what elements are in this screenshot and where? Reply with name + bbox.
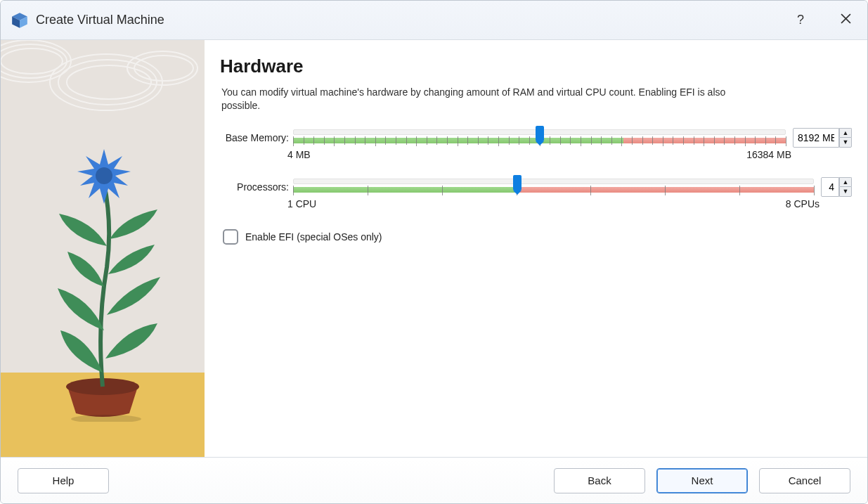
processors-thumb[interactable] [513, 175, 522, 190]
processors-step-down[interactable]: ▼ [839, 186, 852, 197]
next-button[interactable]: Next [656, 468, 748, 493]
base-memory-step-up[interactable]: ▲ [839, 128, 852, 138]
svg-point-7 [1, 49, 63, 74]
base-memory-red-zone [623, 138, 786, 143]
base-memory-max: 16384 MB [746, 149, 791, 160]
svg-point-16 [96, 167, 112, 184]
base-memory-step-down[interactable]: ▼ [839, 137, 852, 148]
svg-point-6 [1, 44, 67, 78]
row-enable-efi: Enable EFI (special OSes only) [223, 229, 852, 245]
processors-max: 8 CPUs [786, 198, 820, 209]
processors-value[interactable] [821, 177, 839, 197]
page-description: You can modify virtual machine's hardwar… [221, 86, 756, 112]
help-button[interactable]: Help [18, 468, 109, 493]
base-memory-label: Base Memory: [220, 128, 289, 143]
svg-point-14 [71, 415, 141, 422]
processors-spinbox[interactable]: ▲ ▼ [821, 177, 852, 197]
enable-efi-label: Enable EFI (special OSes only) [245, 231, 382, 243]
base-memory-min: 4 MB [287, 149, 311, 160]
sidebar-illustration [1, 40, 205, 457]
processors-min: 1 CPU [287, 198, 316, 209]
base-memory-slider[interactable] [293, 128, 786, 148]
svg-point-10 [67, 65, 151, 99]
titlebar: Create Virtual Machine ? [1, 1, 867, 40]
base-memory-green-zone [293, 138, 623, 143]
enable-efi-checkbox[interactable] [223, 229, 238, 245]
processors-slider[interactable] [293, 177, 814, 197]
close-icon[interactable] [834, 13, 857, 27]
base-memory-thumb[interactable] [536, 126, 544, 141]
help-titlebar-icon[interactable]: ? [789, 13, 812, 27]
row-base-memory: Base Memory: 4 MB 16384 MB [220, 128, 852, 160]
back-button[interactable]: Back [554, 468, 645, 493]
processors-red-zone [517, 187, 814, 193]
processors-step-up[interactable]: ▲ [839, 177, 852, 187]
dialog-footer: Help Back Next Cancel [1, 457, 867, 503]
base-memory-value[interactable] [793, 128, 839, 148]
base-memory-spinbox[interactable]: ▲ ▼ [793, 128, 852, 148]
main-content: Hardware You can modify virtual machine'… [205, 40, 867, 457]
cancel-button[interactable]: Cancel [759, 468, 850, 493]
processors-label: Processors: [220, 177, 289, 193]
app-cube-icon [11, 11, 29, 30]
flower-icon [39, 127, 166, 422]
dialog-body: Hardware You can modify virtual machine'… [1, 40, 867, 457]
row-processors: Processors: 1 CPU 8 CPUs [220, 177, 852, 209]
page-heading: Hardware [220, 56, 852, 77]
svg-point-12 [134, 56, 193, 81]
processors-green-zone [293, 187, 517, 193]
dialog-create-vm: Create Virtual Machine ? [0, 0, 868, 504]
window-title: Create Virtual Machine [36, 13, 789, 27]
